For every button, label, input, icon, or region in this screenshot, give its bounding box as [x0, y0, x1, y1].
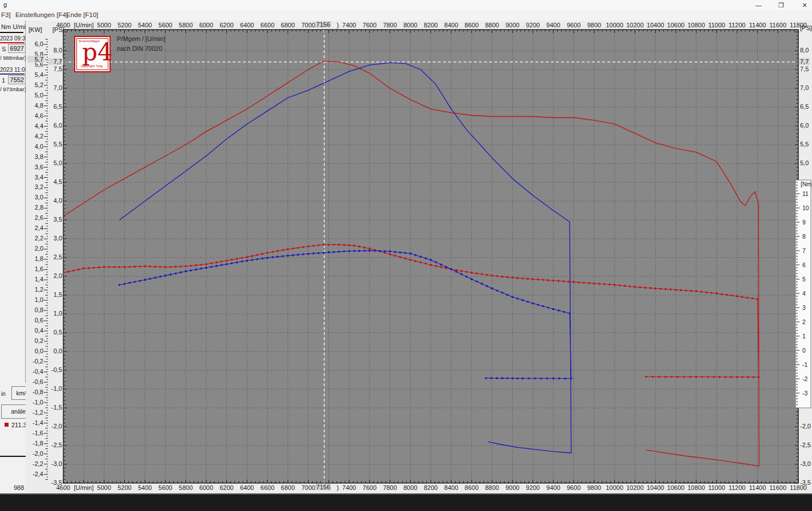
p4-logo: Amerschläger p4 copyright *bdp — [74, 36, 111, 72]
dyno-plot-canvas[interactable] — [0, 0, 812, 511]
chart-title: P/Mgem / [U/min] — [117, 35, 165, 42]
logo-copyright-text: copyright *bdp — [81, 64, 103, 68]
chart-subtitle: nach DIN 70020 — [117, 45, 163, 52]
taskbar: p4 10:21 28.06.2023 — [0, 494, 812, 511]
logo-p4-text: p4 — [82, 38, 113, 66]
screen: { "window": { "title": "g", "controls": … — [0, 0, 812, 511]
